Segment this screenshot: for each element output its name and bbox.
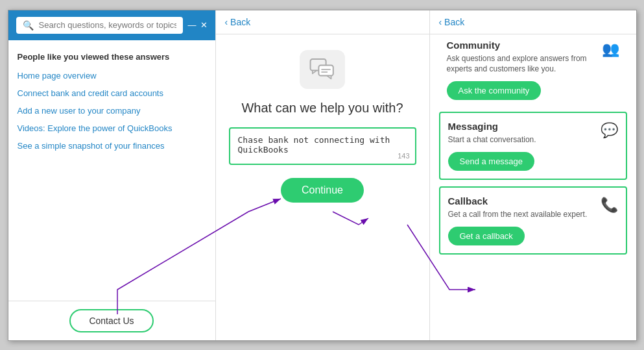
svg-rect-1 xyxy=(318,65,333,75)
link-snapshot[interactable]: See a simple snapshot of your finances xyxy=(18,141,206,151)
panel3-body: Community Ask questions and explore answ… xyxy=(430,34,636,340)
community-card: Community Ask questions and explore answ… xyxy=(439,34,627,108)
contact-us-button[interactable]: Contact Us xyxy=(69,309,153,332)
panel1-header: 🔍 — ✕ xyxy=(8,10,215,40)
window-controls-1: — ✕ xyxy=(188,20,208,30)
search-icon: 🔍 xyxy=(23,20,34,31)
query-input[interactable]: Chase bank not connecting with QuickBook… xyxy=(238,135,407,155)
community-card-title: Community xyxy=(447,40,597,51)
callback-card-title: Callback xyxy=(448,195,588,206)
callback-card-content: Callback Get a call from the next availa… xyxy=(448,195,588,227)
panel3-header: ‹ Back — ✕ xyxy=(430,10,636,34)
panel2-body: What can we help you with? Chase bank no… xyxy=(216,34,429,340)
minimize-icon-2[interactable]: — xyxy=(401,17,409,27)
panel-right: ‹ Back — ✕ Community Ask questions and e… xyxy=(430,10,636,340)
callback-card-desc: Get a call from the next available exper… xyxy=(448,209,588,220)
messaging-card-title: Messaging xyxy=(448,121,536,132)
close-icon-3[interactable]: ✕ xyxy=(620,17,627,27)
ask-community-button[interactable]: Ask the community xyxy=(447,81,542,100)
link-videos[interactable]: Videos: Explore the power of QuickBooks xyxy=(18,123,206,133)
callback-icon: 📞 xyxy=(601,197,618,214)
close-icon[interactable]: ✕ xyxy=(200,20,208,30)
community-card-row: Community Ask questions and explore answ… xyxy=(447,40,619,82)
panel2-header: ‹ Back — ✕ xyxy=(216,10,429,34)
window-controls-2: — ✕ xyxy=(401,17,420,27)
link-add-user[interactable]: Add a new user to your company xyxy=(18,106,206,116)
close-icon-2[interactable]: ✕ xyxy=(413,17,420,27)
community-icon: 👥 xyxy=(602,41,619,58)
callback-card-row: Callback Get a call from the next availa… xyxy=(448,195,618,227)
back-link-2[interactable]: ‹ Back xyxy=(225,17,251,27)
messaging-card-row: Messaging Start a chat conversation. 💬 xyxy=(448,121,618,152)
panel1-footer: Contact Us xyxy=(8,301,215,340)
community-card-content: Community Ask questions and explore answ… xyxy=(447,40,597,82)
query-input-wrapper: Chase bank not connecting with QuickBook… xyxy=(229,127,416,165)
minimize-icon-3[interactable]: — xyxy=(608,17,616,27)
panel-left: 🔍 — ✕ People like you viewed these answe… xyxy=(8,10,216,340)
callback-card: Callback Get a call from the next availa… xyxy=(439,186,627,255)
panel1-body: People like you viewed these answers Hom… xyxy=(8,40,215,301)
continue-button[interactable]: Continue xyxy=(281,178,364,203)
messaging-card: Messaging Start a chat conversation. 💬 S… xyxy=(439,112,627,180)
community-card-desc: Ask questions and explore answers from e… xyxy=(447,53,597,75)
people-heading: People like you viewed these answers xyxy=(18,52,206,62)
back-link-3[interactable]: ‹ Back xyxy=(439,17,465,27)
app-window: 🔍 — ✕ People like you viewed these answe… xyxy=(8,10,637,341)
panel-middle: ‹ Back — ✕ What can we help you with? Ch… xyxy=(216,10,430,340)
char-count: 143 xyxy=(398,152,409,160)
minimize-icon[interactable]: — xyxy=(188,20,197,30)
link-home-page[interactable]: Home page overview xyxy=(18,71,206,81)
send-message-button[interactable]: Send a message xyxy=(448,152,535,171)
messaging-icon: 💬 xyxy=(601,122,618,139)
chat-icon xyxy=(309,58,335,81)
get-callback-button[interactable]: Get a callback xyxy=(448,227,525,245)
chat-icon-wrapper xyxy=(300,50,345,89)
window-controls-3: — ✕ xyxy=(608,17,627,27)
messaging-card-desc: Start a chat conversation. xyxy=(448,134,536,145)
messaging-card-content: Messaging Start a chat conversation. xyxy=(448,121,536,152)
link-bank-accounts[interactable]: Connect bank and credit card accounts xyxy=(18,88,206,98)
help-heading: What can we help you with? xyxy=(241,101,403,116)
search-bar[interactable]: 🔍 xyxy=(16,17,183,34)
search-input[interactable] xyxy=(39,20,176,30)
